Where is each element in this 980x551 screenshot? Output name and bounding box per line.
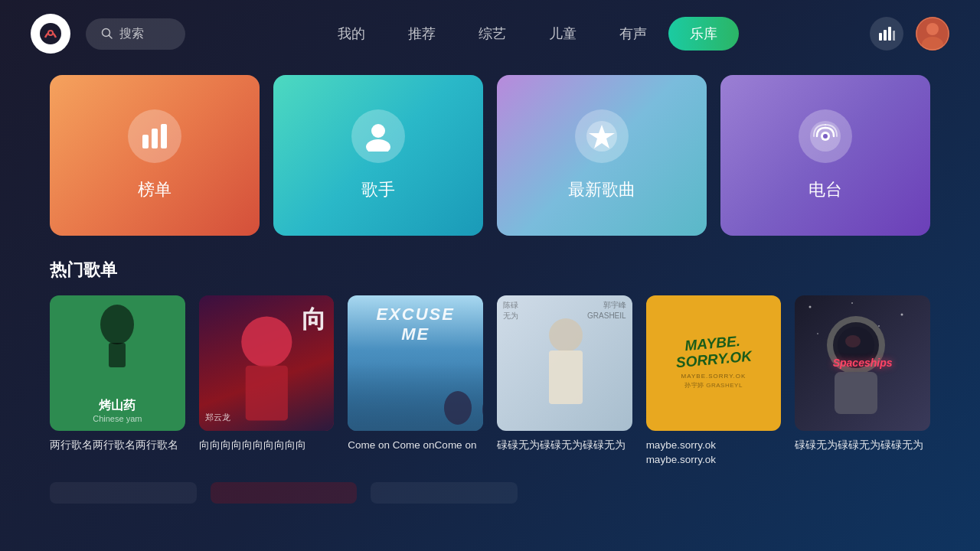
category-new-songs[interactable]: 最新歌曲 — [497, 75, 707, 236]
svg-point-17 — [366, 139, 390, 152]
cover-5: MAYBE.SORRY.OK MAYBE.SORRY.OK 孙宇婷 GRASHE… — [646, 295, 782, 431]
category-cards: 榜单 歌手 最新歌曲 — [0, 67, 980, 251]
playlist-grid: 烤山药 Chinese yam 两行歌名两行歌名两行歌名 郑云龙 向 — [50, 295, 930, 467]
svg-point-22 — [823, 134, 828, 139]
artists-icon — [351, 109, 405, 163]
radio-icon — [799, 109, 852, 163]
playlist-item-1[interactable]: 烤山药 Chinese yam 两行歌名两行歌名两行歌名 — [50, 295, 185, 467]
playlist-name-3: Come on Come onCome on — [348, 439, 483, 453]
playlist-item-5[interactable]: MAYBE.SORRY.OK MAYBE.SORRY.OK 孙宇婷 GRASHE… — [646, 295, 782, 467]
charts-label: 榜单 — [138, 178, 172, 201]
charts-icon — [128, 109, 181, 163]
tab-my[interactable]: 我的 — [316, 17, 387, 51]
svg-point-31 — [809, 306, 812, 308]
svg-point-39 — [845, 335, 861, 347]
equalizer-icon[interactable] — [870, 17, 903, 51]
cover-6: Spaceships — [795, 295, 930, 431]
bottom-item-3 — [371, 482, 518, 504]
tab-library[interactable]: 乐库 — [668, 17, 739, 51]
header: 搜索 我的 推荐 综艺 儿童 有声 乐库 — [0, 0, 980, 67]
svg-point-27 — [444, 391, 472, 425]
tab-audio[interactable]: 有声 — [598, 17, 668, 51]
nav-tabs: 我的 推荐 综艺 儿童 有声 乐库 — [201, 17, 854, 51]
svg-point-16 — [371, 124, 385, 138]
svg-point-34 — [878, 325, 880, 327]
playlist-name-6: 碌碌无为碌碌无为碌碌无为 — [795, 439, 930, 453]
svg-point-29 — [549, 318, 583, 352]
cover-2: 郑云龙 向 — [199, 295, 335, 431]
artists-label: 歌手 — [361, 178, 395, 201]
new-songs-label: 最新歌曲 — [568, 178, 635, 201]
svg-rect-5 — [879, 33, 882, 41]
section-title: 热门歌单 — [50, 259, 930, 282]
search-bar[interactable]: 搜索 — [86, 18, 185, 50]
playlist-name-2: 向向向向向向向向向向 — [199, 439, 335, 453]
svg-rect-30 — [549, 350, 583, 404]
search-label: 搜索 — [119, 26, 144, 42]
svg-point-25 — [241, 317, 292, 367]
cover-3: EXCUSEME — [348, 295, 483, 431]
svg-rect-7 — [888, 27, 891, 41]
svg-point-23 — [100, 305, 134, 344]
svg-point-28 — [482, 393, 483, 426]
playlist-item-2[interactable]: 郑云龙 向 向向向向向向向向向向 — [199, 295, 335, 467]
svg-point-2 — [49, 31, 52, 34]
svg-rect-14 — [152, 129, 158, 148]
svg-rect-15 — [161, 124, 167, 148]
category-radio[interactable]: 电台 — [720, 75, 930, 236]
radio-label: 电台 — [808, 178, 842, 201]
playlist-item-6[interactable]: Spaceships 碌碌无为碌碌无为碌碌无为 — [795, 295, 930, 467]
svg-rect-13 — [142, 135, 149, 148]
svg-point-33 — [851, 302, 853, 304]
svg-rect-40 — [835, 372, 877, 414]
playlist-name-4: 碌碌无为碌碌无为碌碌无为 — [497, 439, 632, 453]
bottom-item-1 — [50, 482, 197, 504]
logo[interactable] — [31, 14, 70, 54]
svg-rect-24 — [109, 343, 126, 367]
svg-point-32 — [901, 314, 903, 316]
hot-playlists-section: 热门歌单 烤山药 Chinese yam 两行歌名两行歌名两行歌名 — [0, 251, 980, 482]
playlist-name-5: maybe.sorry.ok maybe.sorry.ok — [646, 439, 782, 468]
user-avatar[interactable] — [916, 17, 949, 51]
svg-rect-26 — [245, 366, 287, 421]
playlist-item-4[interactable]: 陈碌无为 郭宇峰GRASHEIL 碌碌无为碌碌无为碌碌无为 — [497, 295, 632, 467]
cover-4: 陈碌无为 郭宇峰GRASHEIL — [497, 295, 632, 431]
cover-1: 烤山药 Chinese yam — [50, 295, 185, 431]
svg-point-35 — [817, 333, 818, 334]
svg-rect-6 — [884, 30, 887, 41]
svg-point-10 — [926, 23, 939, 35]
tab-variety[interactable]: 综艺 — [457, 17, 528, 51]
playlist-name-1: 两行歌名两行歌名两行歌名 — [50, 439, 185, 453]
category-artists[interactable]: 歌手 — [273, 75, 483, 236]
header-right — [870, 17, 949, 51]
tab-children[interactable]: 儿童 — [528, 17, 598, 51]
bottom-item-2 — [211, 482, 358, 504]
svg-line-4 — [109, 36, 113, 39]
tab-recommend[interactable]: 推荐 — [387, 17, 457, 51]
playlist-item-3[interactable]: EXCUSEME Come on Come onCome on — [348, 295, 483, 467]
category-charts[interactable]: 榜单 — [50, 75, 260, 236]
svg-rect-8 — [893, 31, 895, 41]
new-songs-icon — [575, 109, 629, 163]
bottom-partial-row — [0, 482, 980, 504]
